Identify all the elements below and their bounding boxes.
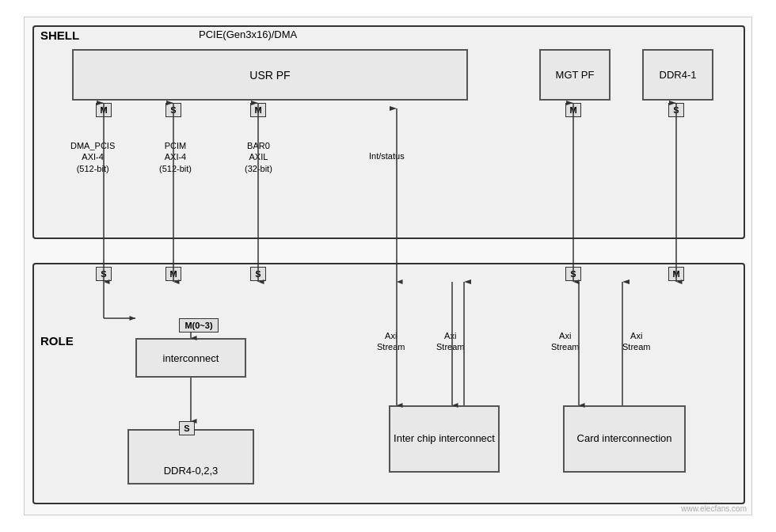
ddr4-023-label: DDR4-0,2,3 — [164, 465, 219, 477]
port-s-role-dma: S — [96, 267, 112, 281]
port-s-ddr4-1: S — [668, 103, 684, 117]
card-interconnect-box: Card interconnection — [563, 405, 686, 473]
port-s-role-mgt: S — [565, 267, 581, 281]
usr-pf-label: USR PF — [249, 69, 290, 82]
ddr4-1-label: DDR4-1 — [660, 69, 697, 81]
interconnect-box: interconnect — [135, 338, 246, 378]
port-s-ddr4-023: S — [179, 421, 195, 435]
label-dma-pcis: DMA_PCISAXI-4(512-bit) — [70, 140, 115, 174]
port-m-dma: M — [96, 103, 112, 117]
shell-label: SHELL — [40, 28, 79, 42]
inter-chip-label: Inter chip interconnect — [394, 431, 495, 446]
port-m-role-pcim: M — [165, 267, 181, 281]
label-axi-stream-4: AxiStream — [622, 330, 650, 353]
ddr4-1-box: DDR4-1 — [642, 49, 713, 101]
label-axi-stream-1: AxiStream — [377, 330, 405, 353]
interconnect-label: interconnect — [163, 352, 219, 364]
inter-chip-box: Inter chip interconnect — [389, 405, 500, 473]
shell-title: PCIE(Gen3x16)/DMA — [199, 28, 297, 40]
label-bar0: BAR0AXIL(32-bit) — [245, 140, 272, 174]
usr-pf-box: USR PF — [72, 49, 468, 101]
port-m-03: M(0~3) — [179, 318, 219, 332]
label-axi-stream-3: AxiStream — [551, 330, 579, 353]
ddr4-023-box: DDR4-0,2,3 — [127, 429, 254, 484]
diagram-container: SHELL PCIE(Gen3x16)/DMA USR PF MGT PF DD… — [24, 17, 752, 515]
label-axi-stream-2: AxiStream — [436, 330, 464, 353]
watermark: www.elecfans.com — [681, 504, 747, 513]
port-s-pcim: S — [165, 103, 181, 117]
mgt-pf-label: MGT PF — [556, 69, 595, 81]
role-label: ROLE — [40, 334, 74, 348]
port-s-role-bar0: S — [250, 267, 266, 281]
card-interconnect-label: Card interconnection — [577, 431, 672, 446]
label-int-status: Int/status — [369, 150, 405, 162]
port-m-mgt: M — [565, 103, 581, 117]
mgt-pf-box: MGT PF — [539, 49, 611, 101]
port-m-bar0: M — [250, 103, 266, 117]
label-pcim: PCIMAXI-4(512-bit) — [159, 140, 192, 174]
port-m-role-ddr4: M — [668, 267, 684, 281]
